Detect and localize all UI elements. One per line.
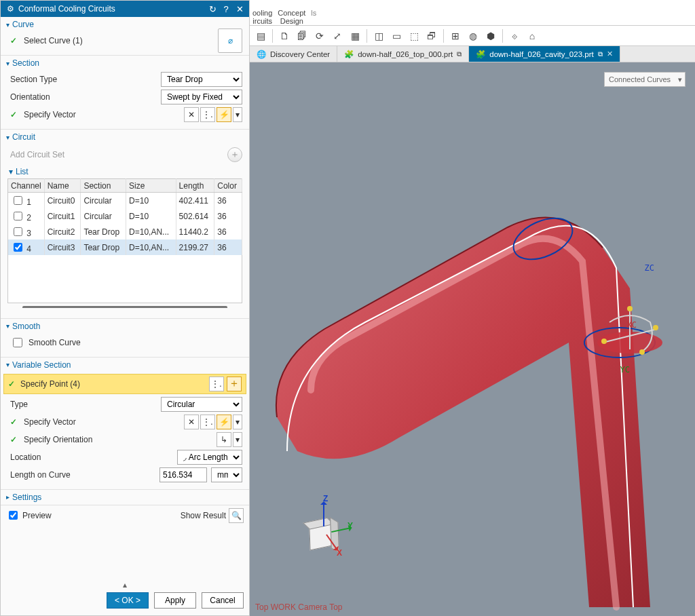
toolbar-icon[interactable]: ⬚: [406, 28, 422, 44]
ribbon-group[interactable]: Concept Design: [278, 9, 305, 25]
csys-dropdown-icon[interactable]: ▾: [233, 432, 242, 447]
table-row[interactable]: 2Circuit1CircularD=10502.61436: [8, 208, 242, 224]
view-triad[interactable]: Z Y X: [303, 494, 364, 562]
refresh-icon[interactable]: ↻: [207, 3, 218, 14]
table-row[interactable]: 1Circuit0CircularD=10402.41136: [8, 193, 242, 209]
triad-cube-icon[interactable]: [309, 523, 333, 551]
help-icon[interactable]: ?: [221, 3, 231, 14]
toolbar-icon[interactable]: ⊞: [447, 28, 464, 44]
specify-vector-label[interactable]: Specify Vector: [24, 110, 180, 119]
point-dialog-icon[interactable]: ⋮.: [209, 377, 224, 391]
svg-point-3: [627, 306, 633, 311]
vector-xc-icon[interactable]: ✕: [184, 415, 199, 429]
ok-button[interactable]: < OK >: [107, 592, 149, 609]
dialog-panel: ⚙ Conformal Cooling Circuits ↻ ? ✕ ▾ Cur…: [0, 0, 250, 616]
toolbar-icon[interactable]: ⌂: [524, 28, 540, 44]
col-size[interactable]: Size: [126, 179, 176, 193]
varsec-type-select[interactable]: Circular: [161, 397, 242, 412]
axis-xc-label: XC: [627, 320, 637, 330]
table-row[interactable]: 3Circuit2Tear DropD=10,AN...11440.236: [8, 224, 242, 239]
length-unit-select[interactable]: mm: [211, 467, 242, 482]
add-circuit-button[interactable]: ＋: [227, 147, 242, 162]
vector-dropdown-icon[interactable]: ▾: [233, 415, 242, 429]
toolbar-icon[interactable]: ⟐: [506, 28, 523, 44]
graphics-area: ooling ircuits Concept Design ls ▤ 🗋 🗐 ⟳…: [250, 0, 695, 616]
col-channel[interactable]: Channel: [8, 179, 45, 193]
svg-point-6: [639, 349, 645, 355]
gear-icon[interactable]: ⚙: [5, 3, 16, 14]
section-section-header[interactable]: ▾ Section: [1, 56, 249, 71]
show-result-icon[interactable]: 🔍: [229, 508, 244, 523]
tab-discovery[interactable]: 🌐 Discovery Center: [250, 46, 337, 62]
toolbar-icon[interactable]: ▭: [388, 28, 405, 44]
apply-button[interactable]: Apply: [154, 592, 196, 609]
vector-infer-icon[interactable]: ⚡: [217, 415, 231, 429]
location-label: Location: [10, 453, 173, 462]
toolbar-icon[interactable]: ⟳: [312, 28, 328, 44]
col-name[interactable]: Name: [44, 179, 81, 193]
chevron-right-icon: ▸: [6, 493, 10, 501]
col-length[interactable]: Length: [176, 179, 214, 193]
close-icon[interactable]: ✕: [234, 3, 245, 14]
menu-icon[interactable]: ▤: [252, 28, 269, 44]
chevron-down-icon: ▾: [6, 60, 10, 67]
section-smooth-header[interactable]: ▾ Smooth: [1, 319, 249, 334]
chevron-down-icon: ▾: [9, 167, 13, 176]
ribbon-group[interactable]: ooling ircuits: [252, 9, 272, 25]
select-curve-label[interactable]: Select Curve (1): [24, 36, 214, 45]
col-section[interactable]: Section: [81, 179, 126, 193]
collapse-caret-icon[interactable]: ▴: [6, 580, 244, 590]
toolbar-icon[interactable]: 🗋: [276, 28, 293, 44]
section-variable-header[interactable]: ▾ Variable Section: [1, 358, 249, 372]
toolbar-icon[interactable]: ◫: [371, 28, 387, 44]
section-type-select[interactable]: Tear Drop: [161, 72, 242, 87]
check-icon: ✓: [10, 110, 17, 119]
orientation-label: Orientation: [10, 92, 157, 102]
part-icon: 🧩: [344, 50, 354, 59]
tab-file2[interactable]: 🧩 down-half_026_cavity_023.prt ⧉ ✕: [469, 46, 620, 62]
tab-close-icon[interactable]: ✕: [607, 50, 613, 58]
tab-file1[interactable]: 🧩 down-half_026_top_000.prt ⧉: [337, 46, 469, 62]
varsec-vector-label[interactable]: Specify Vector: [24, 417, 180, 427]
toolbar-icon[interactable]: 🗐: [294, 28, 310, 44]
vector-dialog-icon[interactable]: ⋮.: [200, 415, 215, 429]
table-scrollbar[interactable]: [22, 306, 227, 315]
vector-dialog-icon[interactable]: ⋮.: [200, 107, 215, 122]
toolbar-icon[interactable]: ▦: [347, 28, 363, 44]
popout-icon[interactable]: ⧉: [457, 50, 462, 58]
toolbar-icon[interactable]: ⬢: [483, 28, 499, 44]
section-circuit-header[interactable]: ▾ Circuit: [1, 130, 249, 145]
smooth-curve-checkbox[interactable]: [13, 338, 22, 347]
row-checkbox[interactable]: [14, 196, 22, 205]
vector-xc-icon[interactable]: ✕: [184, 107, 199, 122]
cancel-button[interactable]: Cancel: [202, 592, 244, 609]
toolbar-icon[interactable]: 🗗: [424, 28, 440, 44]
table-row[interactable]: 4Circuit3Tear DropD=10,AN...2199.2736: [8, 239, 242, 255]
circuit-table[interactable]: Channel Name Section Size Length Color 1…: [7, 178, 242, 303]
row-checkbox[interactable]: [14, 227, 22, 236]
dialog-title: Conformal Cooling Circuits: [18, 4, 204, 14]
row-checkbox[interactable]: [14, 243, 22, 252]
add-point-icon[interactable]: ＋: [227, 377, 242, 391]
vector-infer-icon[interactable]: ⚡: [217, 107, 231, 122]
popout-icon[interactable]: ⧉: [598, 50, 603, 58]
specify-orientation-label[interactable]: Specify Orientation: [24, 435, 212, 444]
csys-icon[interactable]: ↳: [217, 432, 231, 447]
specify-point-label: Specify Point (4): [20, 379, 206, 389]
section-settings-header[interactable]: ▸ Settings: [1, 490, 249, 505]
sketch-section-icon[interactable]: ⌀: [218, 28, 242, 53]
toolbar-icon[interactable]: ◍: [465, 28, 481, 44]
orientation-select[interactable]: Swept by Fixed: [161, 90, 242, 104]
section-curve-header[interactable]: ▾ Curve: [1, 17, 249, 32]
col-color[interactable]: Color: [214, 179, 242, 193]
ribbon-group: ls: [311, 9, 316, 17]
location-select[interactable]: ◞ Arc Length: [177, 450, 242, 465]
toolbar-icon[interactable]: ⤢: [329, 28, 345, 44]
preview-checkbox[interactable]: [9, 511, 18, 520]
row-checkbox[interactable]: [14, 212, 22, 220]
viewport[interactable]: Connected Curves: [250, 62, 695, 616]
length-on-curve-input[interactable]: [159, 467, 207, 482]
list-header[interactable]: ▾ List: [1, 165, 249, 178]
specify-point-row[interactable]: ✓ Specify Point (4) ⋮. ＋: [3, 374, 246, 394]
vector-dropdown-icon[interactable]: ▾: [233, 107, 242, 122]
